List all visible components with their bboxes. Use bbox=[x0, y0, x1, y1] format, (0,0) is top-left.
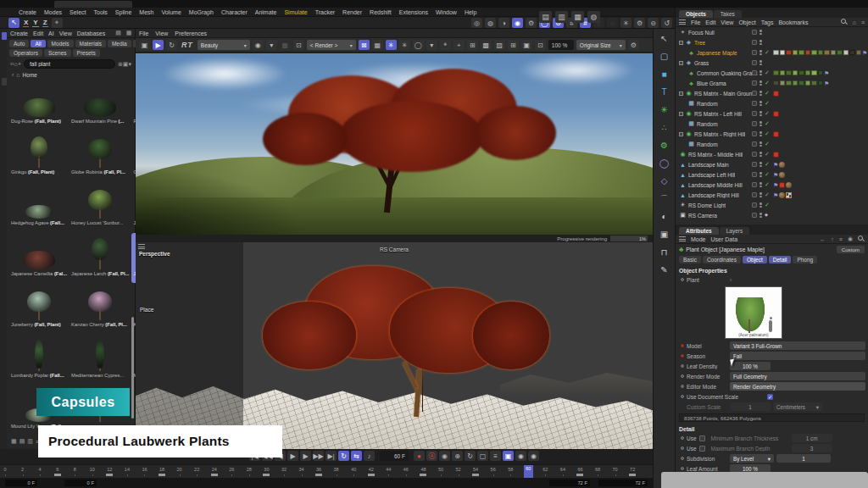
loop-button[interactable]: ↻ bbox=[338, 451, 349, 461]
circle-select-icon[interactable]: ◯ bbox=[413, 40, 424, 50]
collection-tab-operators[interactable]: Operators bbox=[9, 49, 42, 57]
dynamics-gear-icon[interactable]: ⚙ bbox=[658, 139, 671, 152]
render-picture-viewer-icon[interactable]: ▦ bbox=[571, 11, 584, 23]
material-swatch[interactable] bbox=[849, 50, 855, 56]
object-name[interactable]: Blue Grama bbox=[697, 80, 726, 86]
object-name[interactable]: Grass bbox=[694, 60, 709, 66]
menu-render[interactable]: Render bbox=[342, 9, 362, 15]
document-tab[interactable] bbox=[54, 1, 132, 8]
grid-dim-icon[interactable]: ▦ bbox=[280, 40, 291, 50]
float-icon[interactable]: ▦ bbox=[126, 30, 132, 36]
layer-toggle[interactable] bbox=[752, 60, 757, 65]
keyframe-marker[interactable] bbox=[54, 474, 61, 476]
material-swatch[interactable] bbox=[811, 80, 817, 86]
camera-tool-icon[interactable]: ▣ bbox=[658, 228, 671, 241]
expand-toggle-icon[interactable]: - bbox=[679, 41, 683, 45]
menu-spline[interactable]: Spline bbox=[115, 9, 131, 15]
visibility-dots[interactable] bbox=[760, 141, 762, 147]
ab-menu-edit[interactable]: Edit bbox=[33, 30, 43, 36]
mograph-cloner-icon[interactable]: ∴ bbox=[658, 121, 671, 134]
object-name[interactable]: Landscape Left Hill bbox=[688, 172, 735, 178]
min-branch-field[interactable]: 1 cm bbox=[792, 434, 832, 442]
plant-item-japanese-larch-fall-pl[interactable]: Japanese Larch (Fall, Pl... bbox=[70, 233, 131, 283]
layer-toggle[interactable] bbox=[752, 30, 757, 35]
gear-small-icon[interactable]: ⚙ bbox=[634, 18, 645, 28]
menu-character[interactable]: Character bbox=[221, 9, 248, 15]
object-name[interactable]: Common Quaking Grass bbox=[697, 70, 758, 76]
filter-tab-models[interactable]: Models bbox=[47, 40, 74, 47]
layer-toggle[interactable] bbox=[752, 213, 757, 218]
enabled-check-icon[interactable]: ✓ bbox=[765, 151, 770, 158]
material-swatch[interactable] bbox=[793, 50, 798, 56]
season-dropdown[interactable]: Fall bbox=[730, 352, 865, 360]
plant-item-honey-locust-sunbur[interactable]: Honey Locust 'Sunbur... bbox=[70, 182, 131, 232]
menu-help[interactable]: Help bbox=[465, 9, 476, 15]
object-row-rs-matrix-left-hill[interactable]: -◉RS Matrix - Left Hill✓ bbox=[676, 108, 868, 119]
enabled-check-icon[interactable]: ✓ bbox=[765, 161, 770, 168]
param-dot[interactable] bbox=[681, 395, 684, 398]
material-swatch[interactable] bbox=[780, 50, 786, 56]
refresh-icon[interactable]: ↻ bbox=[166, 40, 177, 50]
breadcrumb-label[interactable]: Home bbox=[23, 72, 37, 78]
selection-rect-icon[interactable]: ▢ bbox=[658, 50, 671, 63]
time-icon[interactable]: ◐ bbox=[658, 210, 671, 223]
om-tab-takes[interactable]: Takes bbox=[714, 10, 742, 18]
playhead[interactable]: 60 bbox=[524, 465, 533, 479]
menu-tracker[interactable]: Tracker bbox=[315, 9, 335, 15]
attr-tab-attributes[interactable]: Attributes bbox=[679, 227, 719, 235]
back-icon[interactable]: ← bbox=[820, 236, 826, 242]
object-row-focus-null[interactable]: ⌖Focus Null bbox=[676, 27, 868, 37]
visibility-dots[interactable] bbox=[760, 111, 762, 116]
param-dot[interactable] bbox=[681, 364, 684, 368]
render-view-icon[interactable]: ▤ bbox=[539, 11, 552, 23]
custom-scale-field[interactable]: 1 bbox=[730, 402, 771, 411]
ab-menu-databases[interactable]: Databases bbox=[77, 30, 105, 36]
expression-flag-icon[interactable]: ⚑ bbox=[773, 182, 778, 188]
object-name[interactable]: RS Matrix - Middle Hill bbox=[688, 152, 743, 158]
render-setting-dropdown[interactable]: < Render >▾ bbox=[307, 40, 356, 50]
redshift-object-tag-icon[interactable] bbox=[779, 182, 785, 188]
record-position-button[interactable]: ⊕ bbox=[452, 451, 463, 461]
plant-item-mediterranean-cypres[interactable]: Mediterranean Cypres... bbox=[70, 335, 131, 385]
dim-b-icon[interactable]: ◌ bbox=[607, 18, 618, 28]
layer-toggle[interactable] bbox=[752, 80, 757, 86]
enabled-check-icon[interactable]: ✓ bbox=[765, 181, 770, 188]
om-menu-view[interactable]: View bbox=[721, 19, 733, 25]
goto-end-button[interactable]: ▶| bbox=[326, 451, 337, 461]
redshift-object-tag-icon[interactable] bbox=[773, 152, 779, 158]
sphere-mode-icon[interactable]: ◉ bbox=[512, 18, 523, 28]
material-swatch[interactable] bbox=[786, 80, 792, 86]
material-swatch[interactable] bbox=[786, 70, 792, 76]
keyframe-dot[interactable] bbox=[681, 344, 684, 347]
search-input[interactable] bbox=[24, 59, 115, 69]
search-icon[interactable] bbox=[841, 19, 848, 25]
stage-icon[interactable]: ⊓ bbox=[658, 246, 671, 258]
object-name[interactable]: RS Dome Light bbox=[688, 202, 726, 208]
param-dot[interactable] bbox=[681, 436, 684, 440]
filter-tab-all[interactable]: All bbox=[31, 40, 45, 47]
material-swatch[interactable] bbox=[856, 50, 862, 56]
object-name[interactable]: Landscape Middle Hill bbox=[688, 182, 743, 188]
deformer-icon[interactable]: ◇ bbox=[658, 175, 671, 187]
camera-target-icon[interactable]: ⌖ bbox=[765, 212, 768, 219]
object-row-landscape-main[interactable]: ▲Landscape Main✓⚑ bbox=[676, 159, 868, 169]
material-swatch[interactable] bbox=[805, 50, 811, 56]
material-swatch[interactable] bbox=[831, 50, 837, 56]
visibility-dots[interactable] bbox=[760, 50, 762, 55]
expression-flag-icon[interactable]: ⚑ bbox=[824, 70, 829, 76]
enabled-check-icon[interactable]: ✓ bbox=[765, 120, 770, 127]
material-swatch[interactable] bbox=[773, 70, 779, 76]
expression-flag-icon[interactable]: ⚑ bbox=[773, 162, 778, 168]
record-scale-button[interactable]: ▢ bbox=[477, 451, 488, 461]
subdivision-level-field[interactable]: 1 bbox=[776, 454, 831, 463]
current-frame-field[interactable]: 60 F bbox=[380, 451, 409, 461]
material-swatch[interactable] bbox=[798, 80, 804, 86]
plant-item-globe-robinia-fall-pl[interactable]: Globe Robinia (Fall, Pl... bbox=[70, 131, 131, 181]
object-name[interactable]: Landscape Right Hill bbox=[688, 192, 739, 198]
reset-icon[interactable]: ↺ bbox=[661, 18, 672, 28]
object-name[interactable]: Japanese Maple bbox=[697, 50, 737, 56]
rv-menu-preferences[interactable]: Preferences bbox=[175, 30, 207, 36]
material-swatch[interactable] bbox=[793, 70, 798, 76]
keyframe-marker[interactable] bbox=[263, 474, 270, 476]
layer-toggle[interactable] bbox=[752, 101, 757, 106]
